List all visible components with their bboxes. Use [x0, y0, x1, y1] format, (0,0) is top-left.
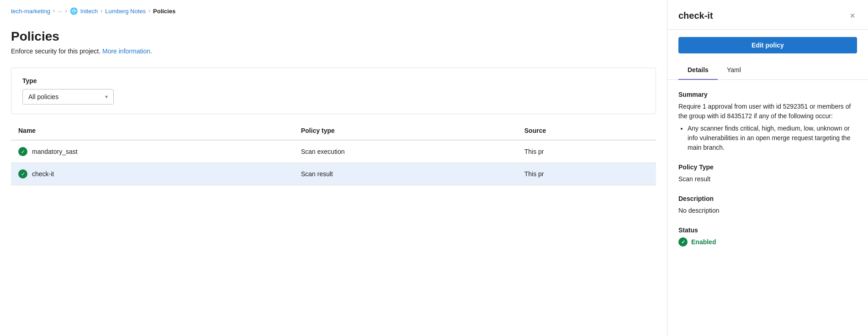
row-name: check-it: [32, 170, 54, 178]
breadcrumb-sep-3: ›: [101, 8, 102, 14]
summary-title: Summary: [678, 91, 857, 98]
page-subtitle: Enforce security for this project. More …: [11, 47, 656, 55]
col-name: Name: [11, 121, 294, 140]
summary-bullet-1: Any scanner finds critical, high, medium…: [688, 124, 857, 152]
row-source: This pr: [517, 140, 656, 163]
breadcrumb-initech[interactable]: Initech: [80, 8, 98, 15]
panel-header: check-it ×: [667, 0, 868, 30]
breadcrumb-sep-2: ›: [65, 8, 67, 14]
summary-bullets: Any scanner finds critical, high, medium…: [688, 124, 857, 152]
policy-type-value: Scan result: [678, 174, 857, 184]
description-title: Description: [678, 195, 857, 202]
status-section: Status ✓ Enabled: [678, 226, 857, 247]
filter-select-value: All policies: [28, 93, 58, 100]
edit-policy-button[interactable]: Edit policy: [678, 37, 857, 53]
breadcrumb-sep-4: ›: [148, 8, 150, 14]
status-enabled-icon: ✓: [678, 237, 688, 247]
description-section: Description No description: [678, 195, 857, 215]
breadcrumb: tech-marketing › ··· › 🌐 Initech › Lumbe…: [0, 0, 667, 22]
panel-body: Summary Require 1 approval from user wit…: [667, 80, 868, 268]
description-value: No description: [678, 206, 857, 215]
breadcrumb-current: Policies: [153, 8, 175, 15]
row-policy-type: Scan result: [294, 163, 517, 185]
subtitle-text: Enforce security for this project.: [11, 47, 101, 55]
table-row[interactable]: ✓mandatory_sastScan executionThis pr: [11, 140, 656, 163]
page-title: Policies: [11, 29, 656, 44]
row-source: This pr: [517, 163, 656, 185]
table-row[interactable]: ✓check-itScan resultThis pr: [11, 163, 656, 185]
main-content: tech-marketing › ··· › 🌐 Initech › Lumbe…: [0, 0, 667, 336]
row-name: mandatory_sast: [32, 148, 78, 155]
row-enabled-icon: ✓: [18, 169, 27, 178]
filter-type-label: Type: [22, 77, 645, 84]
tab-details[interactable]: Details: [678, 61, 718, 80]
more-information-link[interactable]: More information.: [102, 47, 152, 55]
panel-title: check-it: [678, 10, 713, 21]
right-panel: check-it × Edit policy Details Yaml Summ…: [667, 0, 868, 336]
status-value: ✓ Enabled: [678, 237, 857, 247]
policies-table: Name Policy type Source ✓mandatory_sastS…: [11, 121, 656, 185]
close-button[interactable]: ×: [848, 9, 857, 22]
row-enabled-icon: ✓: [18, 147, 27, 156]
summary-text: Require 1 approval from user with id 529…: [678, 102, 857, 152]
policy-type-section: Policy Type Scan result: [678, 163, 857, 184]
row-policy-type: Scan execution: [294, 140, 517, 163]
filter-section: Type All policies ▾: [11, 68, 656, 114]
chevron-down-icon: ▾: [105, 94, 108, 100]
summary-section: Summary Require 1 approval from user wit…: [678, 91, 857, 152]
summary-body: Require 1 approval from user with id 529…: [678, 103, 851, 120]
globe-icon: 🌐: [70, 7, 78, 15]
panel-tabs: Details Yaml: [667, 61, 868, 80]
table-header-row: Name Policy type Source: [11, 121, 656, 140]
col-policy-type: Policy type: [294, 121, 517, 140]
breadcrumb-dots[interactable]: ···: [58, 8, 63, 15]
breadcrumb-sep-1: ›: [53, 8, 55, 14]
col-source: Source: [517, 121, 656, 140]
breadcrumb-lumberg[interactable]: Lumberg Notes: [105, 8, 146, 15]
type-filter-select[interactable]: All policies ▾: [22, 89, 114, 105]
status-enabled-label: Enabled: [691, 238, 716, 246]
policies-table-container: Name Policy type Source ✓mandatory_sastS…: [11, 121, 656, 185]
tab-yaml[interactable]: Yaml: [718, 61, 750, 80]
breadcrumb-tech-marketing[interactable]: tech-marketing: [11, 8, 50, 15]
policy-type-title: Policy Type: [678, 163, 857, 171]
status-title: Status: [678, 226, 857, 234]
page-header: Policies Enforce security for this proje…: [0, 22, 667, 60]
